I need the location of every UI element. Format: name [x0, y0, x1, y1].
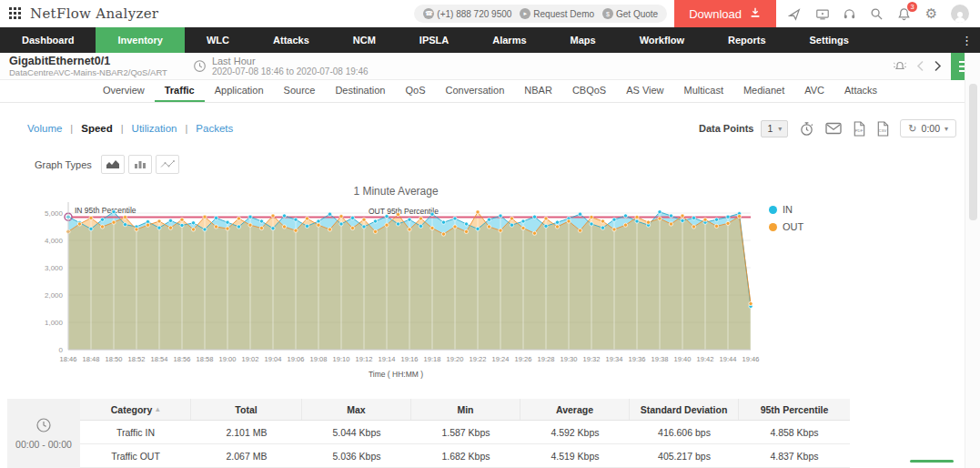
nav-item-ipsla[interactable]: IPSLA — [398, 27, 470, 53]
traffic-stats-table: 00:00 - 00:00 CategoryTotalMaxMinAverage… — [7, 399, 850, 468]
column-header-95th-percentile[interactable]: 95th Percentile — [739, 399, 850, 420]
tab-multicast[interactable]: Multicast — [674, 80, 733, 102]
svg-text:19:08: 19:08 — [310, 355, 328, 363]
table-body: CategoryTotalMaxMinAverageStandard Devia… — [80, 399, 850, 468]
page-scrollbar[interactable] — [965, 53, 980, 468]
column-header-average[interactable]: Average — [520, 399, 630, 420]
download-button[interactable]: Download — [674, 0, 776, 27]
search-icon[interactable] — [869, 6, 884, 22]
svg-text:18:46: 18:46 — [60, 355, 77, 363]
tab-cbqos[interactable]: CBQoS — [562, 80, 616, 102]
svg-text:5,000: 5,000 — [45, 209, 64, 218]
line-chart-type-button[interactable] — [156, 155, 179, 174]
chart-legend: INOUT — [769, 204, 803, 232]
demo-icon: ▸ — [520, 8, 530, 19]
metric-separator: | — [185, 123, 187, 134]
interface-device-path: DataCentreAVC-Mains-NBAR2/QoS/ART — [9, 67, 167, 77]
phone-icon: ☎ — [423, 8, 434, 19]
table-cell: 4.519 Kbps — [520, 444, 630, 467]
apps-grid-icon[interactable] — [9, 7, 22, 20]
svg-text:19:22: 19:22 — [470, 355, 487, 363]
nav-item-ncm[interactable]: NCM — [331, 27, 398, 53]
whats-new-icon[interactable] — [787, 6, 803, 22]
svg-text:19:16: 19:16 — [401, 355, 419, 363]
svg-text:3,000: 3,000 — [45, 264, 64, 272]
metric-separator: | — [121, 123, 124, 134]
next-interface-icon[interactable] — [934, 60, 942, 72]
notifications-bell-icon[interactable]: 3 — [896, 6, 912, 22]
table-row-traffic-in: Traffic IN2.101 MB5.044 Kbps1.587 Kbps4.… — [80, 421, 850, 444]
tab-qos[interactable]: QoS — [395, 80, 435, 102]
schedule-report-icon[interactable] — [799, 121, 814, 137]
tab-avc[interactable]: AVC — [794, 80, 834, 102]
table-cell: 1.682 Kbps — [411, 444, 520, 467]
request-demo-link[interactable]: ▸Request Demo — [520, 8, 594, 19]
user-avatar[interactable] — [951, 5, 969, 23]
svg-text:19:40: 19:40 — [674, 355, 692, 363]
svg-text:18:52: 18:52 — [128, 355, 146, 363]
legend-dot-out — [769, 223, 777, 231]
legend-item-out[interactable]: OUT — [769, 221, 803, 232]
svg-text:19:04: 19:04 — [265, 355, 282, 363]
export-csv-icon[interactable]: CSV — [876, 121, 889, 137]
nav-item-alarms[interactable]: Alarms — [470, 27, 548, 53]
nav-item-workflow[interactable]: Workflow — [618, 27, 706, 53]
metric-link-speed[interactable]: Speed — [81, 123, 113, 134]
table-row-traffic-out: Traffic OUT2.067 MB5.036 Kbps1.682 Kbps4… — [80, 444, 850, 468]
svg-text:19:44: 19:44 — [720, 355, 737, 363]
metric-link-volume[interactable]: Volume — [27, 123, 62, 134]
demo-video-icon[interactable] — [814, 6, 830, 22]
nav-item-maps[interactable]: Maps — [549, 27, 618, 53]
legend-item-in[interactable]: IN — [769, 204, 803, 215]
support-headset-icon[interactable] — [842, 6, 857, 22]
nav-item-wlc[interactable]: WLC — [185, 27, 251, 53]
nav-item-dashboard[interactable]: Dashboard — [0, 27, 96, 53]
tab-nbar[interactable]: NBAR — [514, 80, 562, 102]
tab-traffic[interactable]: Traffic — [155, 80, 205, 102]
get-quote-link[interactable]: $Get Quote — [602, 8, 658, 19]
svg-text:18:54: 18:54 — [151, 355, 168, 363]
tab-attacks[interactable]: Attacks — [834, 80, 887, 102]
tab-overview[interactable]: Overview — [93, 80, 155, 102]
tab-medianet[interactable]: Medianet — [733, 80, 794, 102]
data-points-select[interactable]: 1▾ — [761, 120, 788, 137]
column-header-category[interactable]: Category — [80, 399, 191, 420]
prev-interface-icon[interactable] — [916, 60, 924, 72]
export-pdf-icon[interactable]: PDF — [853, 121, 865, 137]
metric-link-utilization[interactable]: Utilization — [132, 123, 177, 134]
data-points-label: Data Points — [699, 123, 754, 134]
nav-item-inventory[interactable]: Inventory — [96, 27, 185, 53]
nav-item-settings[interactable]: Settings — [788, 27, 871, 53]
nav-overflow-icon[interactable]: ⋮ — [954, 27, 980, 53]
chart-title: 1 Minute Average — [27, 185, 764, 198]
scrollbar-thumb[interactable] — [969, 84, 977, 220]
time-period-selector[interactable]: Last Hour 2020-07-08 18:46 to 2020-07-08… — [193, 56, 369, 76]
tab-as-view[interactable]: AS View — [616, 80, 673, 102]
data-points-value: 1 — [767, 123, 773, 134]
area-chart-type-button[interactable] — [101, 155, 125, 174]
settings-gear-icon[interactable]: ⚙ — [924, 6, 939, 22]
nav-item-reports[interactable]: Reports — [706, 27, 788, 53]
traffic-area-chart[interactable]: 01,0002,0003,0004,0005,000IN 95th Percen… — [27, 197, 764, 379]
nav-item-attacks[interactable]: Attacks — [251, 27, 331, 53]
table-rows: Traffic IN2.101 MB5.044 Kbps1.587 Kbps4.… — [80, 421, 850, 468]
column-header-total[interactable]: Total — [191, 399, 302, 420]
tab-destination[interactable]: Destination — [325, 80, 395, 102]
tab-conversation[interactable]: Conversation — [435, 80, 514, 102]
column-header-min[interactable]: Min — [411, 399, 520, 420]
table-cell: Traffic OUT — [80, 444, 191, 467]
column-header-standard-deviation[interactable]: Standard Deviation — [630, 399, 739, 420]
auto-refresh-select[interactable]: ↻ 0:00 ▾ — [900, 119, 956, 137]
tab-application[interactable]: Application — [205, 80, 274, 102]
svg-text:18:56: 18:56 — [174, 355, 191, 363]
bar-chart-type-button[interactable] — [128, 155, 152, 174]
tab-source[interactable]: Source — [274, 80, 326, 102]
metric-link-packets[interactable]: Packets — [196, 123, 233, 134]
phone-link[interactable]: ☎(+1) 888 720 9500 — [423, 8, 511, 19]
alarm-bell-icon[interactable] — [893, 59, 907, 74]
table-header-row: CategoryTotalMaxMinAverageStandard Devia… — [80, 399, 850, 421]
email-report-icon[interactable] — [825, 122, 842, 135]
contact-pill: ☎(+1) 888 720 9500 ▸Request Demo $Get Qu… — [414, 5, 667, 23]
toolbar-right: Data Points 1▾ PDF CSV ↻ 0:00 ▾ — [699, 119, 956, 137]
column-header-max[interactable]: Max — [302, 399, 411, 420]
